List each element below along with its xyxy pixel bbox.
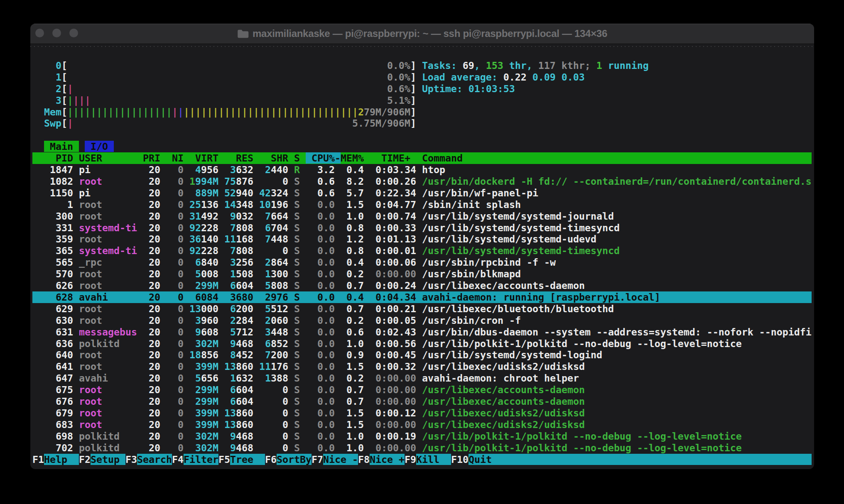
function-key-bar[interactable]: F1Help F2Setup F3SearchF4FilterF5Tree F6… — [32, 454, 812, 465]
process-row[interactable]: 702 polkitd 20 0 302M 9468 0 S 0.0 1.0 0… — [32, 442, 812, 454]
cell-user: root — [79, 268, 143, 279]
cell-pri: 20 — [143, 257, 160, 268]
cell-res: 14 — [218, 199, 236, 210]
process-row[interactable]: 1150 pi 20 0 889M 52940 42324 S 0.6 5.7 … — [32, 187, 812, 199]
cpu-percent: 5.1% — [387, 95, 410, 106]
cell-user: root — [79, 280, 143, 291]
col-header-mem[interactable]: MEM% — [341, 152, 364, 164]
tab-main[interactable]: Main — [44, 141, 79, 152]
process-row[interactable]: 683 root 20 0 399M 13860 0 S 0.0 1.5 0:0… — [32, 419, 812, 431]
cell-command: /usr/lib/systemd/systemd-udevd — [422, 233, 812, 245]
col-header-pri[interactable]: PRI — [143, 152, 160, 164]
meter-bar: | — [178, 106, 184, 117]
cell-mem: 1.0 — [335, 431, 364, 442]
cell-virt: 36 — [184, 233, 201, 245]
process-row[interactable]: 675 root 20 0 299M 6604 0 S 0.0 0.7 0:00… — [32, 384, 812, 396]
col-header-pid[interactable]: PID — [32, 152, 73, 164]
fkey-label-setup[interactable]: Setup — [91, 454, 125, 465]
col-header-user[interactable]: USER — [79, 152, 143, 164]
process-row[interactable]: 640 root 20 0 18856 8452 7200 S 0.0 0.9 … — [32, 349, 812, 361]
col-header-state[interactable]: S — [288, 152, 300, 164]
cell-mem: 0.9 — [335, 349, 364, 360]
fkey-key: F3 — [125, 454, 137, 465]
cell-res: 6 — [218, 384, 236, 395]
tab-io[interactable]: I/O — [85, 141, 114, 152]
fkey-label-nice[interactable]: Nice + — [370, 454, 405, 465]
cell-user: root — [79, 384, 143, 395]
cell-pri: 20 — [143, 349, 160, 360]
process-row[interactable]: 698 polkitd 20 0 302M 9468 0 S 0.0 1.0 0… — [32, 431, 812, 442]
cell-res: 13 — [218, 419, 236, 430]
cell-mem: 0.2 — [335, 268, 364, 279]
cell-res: 348 — [236, 199, 253, 210]
meter-bar: | — [91, 106, 96, 117]
cpu-percent: 0.0% — [387, 71, 410, 83]
fkey-label-help[interactable]: Help — [44, 454, 79, 465]
col-header-command[interactable]: Command — [422, 152, 812, 164]
cell-user: _rpc — [79, 257, 143, 268]
fkey-label-kill[interactable]: Kill — [416, 454, 451, 465]
cell-shr: 176 — [271, 361, 288, 372]
process-row[interactable]: 331 systemd-ti 20 0 92228 7808 6704 S 0.… — [32, 222, 812, 234]
process-row[interactable]: 1847 pi 20 0 4956 3632 2440 R 3.2 0.4 0:… — [32, 164, 812, 176]
cell-command: /usr/libexec/accounts-daemon — [422, 280, 812, 291]
table-header[interactable]: PID USER PRI NI VIRT RES SHR S CPU%-MEM%… — [32, 152, 812, 164]
fkey-label-sortby[interactable]: SortBy — [277, 454, 312, 465]
process-row[interactable]: 676 root 20 0 299M 6604 0 S 0.0 0.7 0:00… — [32, 396, 812, 407]
process-row[interactable]: 636 polkitd 20 0 302M 9468 6852 S 0.0 1.… — [32, 338, 812, 350]
meter-bar: | — [85, 95, 91, 106]
process-row[interactable]: 570 root 20 0 5008 1508 1300 S 0.0 0.2 0… — [32, 268, 812, 280]
cell-mem: 0.6 — [335, 326, 364, 338]
process-row[interactable]: 679 root 20 0 399M 13860 0 S 0.0 1.5 0:0… — [32, 407, 812, 419]
fkey-label-filter[interactable]: Filter — [184, 454, 218, 465]
cell-shr: 2976 — [253, 291, 288, 303]
cell-virt: 6084 — [184, 291, 218, 303]
process-row[interactable]: 631 messagebus 20 0 9608 5712 3448 S 0.0… — [32, 326, 812, 338]
cell-shr: 512 — [271, 303, 288, 314]
cell-ni: 0 — [160, 257, 184, 268]
process-row[interactable]: 1 root 20 0 25136 14348 10196 S 0.0 1.5 … — [32, 199, 812, 210]
cell-mem: 0.8 — [335, 222, 364, 233]
col-header-ni[interactable]: NI — [160, 152, 184, 164]
cell-virt: 5 — [184, 268, 201, 279]
fkey-label-search[interactable]: Search — [137, 454, 172, 465]
cell-shr: 1 — [253, 372, 271, 384]
cell-user: systemd-ti — [79, 222, 143, 233]
process-row[interactable]: 365 systemd-ti 20 0 92228 7808 0 S 0.0 0… — [32, 245, 812, 257]
col-header-shr[interactable]: SHR — [253, 152, 288, 164]
meter-bar: | — [67, 106, 73, 117]
cell-virt: 228 — [201, 245, 218, 256]
col-header-res[interactable]: RES — [218, 152, 253, 164]
cell-shr: 0 — [253, 442, 288, 453]
meter-bar: | — [288, 106, 294, 117]
cell-virt: 000 — [201, 303, 218, 314]
col-header-time[interactable]: TIME+ — [364, 152, 416, 164]
cell-ni: 0 — [160, 210, 184, 222]
process-row[interactable]: 630 root 20 0 3960 2284 2060 S 0.0 0.2 0… — [32, 315, 812, 326]
process-row[interactable]: 565 _rpc 20 0 6840 3256 2864 S 0.0 0.4 0… — [32, 257, 812, 268]
cell-shr: 42 — [253, 187, 271, 198]
process-row[interactable]: 629 root 20 0 13000 6200 5512 S 0.0 0.7 … — [32, 303, 812, 315]
cell-mem: 0.4 — [335, 257, 364, 268]
screen-tabs: Main I/O — [32, 141, 114, 152]
process-row[interactable]: 359 root 20 0 36140 11168 7448 S 0.0 1.2… — [32, 233, 812, 245]
process-row[interactable]: 1082 root 20 0 1994M 75876 0 S 0.6 8.2 0… — [32, 176, 812, 187]
cell-ni: 0 — [160, 199, 184, 210]
fkey-label-nice[interactable]: Nice - — [323, 454, 358, 465]
process-row[interactable]: 628 avahi 20 0 6084 3680 2976 S 0.0 0.4 … — [32, 291, 812, 303]
process-row[interactable]: 626 root 20 0 299M 6604 5808 S 0.0 0.7 0… — [32, 280, 812, 291]
cpu-meter-0: 0[ 0.0%] Tasks: 69, 153 thr, 117 kthr; 1… — [32, 60, 649, 71]
process-row[interactable]: 641 root 20 0 399M 13860 11176 S 0.0 1.5… — [32, 361, 812, 372]
cell-virt: 9 — [184, 326, 201, 338]
process-row[interactable]: 647 avahi 20 0 5656 1632 1388 S 0.0 0.2 … — [32, 372, 812, 384]
fkey-label-quit[interactable]: Quit — [469, 454, 812, 465]
cell-user: messagebus — [79, 326, 143, 338]
cell-virt: 302M — [184, 338, 218, 349]
col-header-virt[interactable]: VIRT — [184, 152, 218, 164]
col-header-cpu-sorted[interactable]: CPU%- — [306, 152, 341, 164]
process-row[interactable]: 300 root 20 0 31492 9032 7664 S 0.0 1.0 … — [32, 210, 812, 222]
fkey-label-tree[interactable]: Tree — [230, 454, 265, 465]
cell-user: polkitd — [79, 338, 143, 349]
cell-mem: 1.2 — [335, 233, 364, 245]
cell-time: 0:00.33 — [364, 222, 416, 233]
